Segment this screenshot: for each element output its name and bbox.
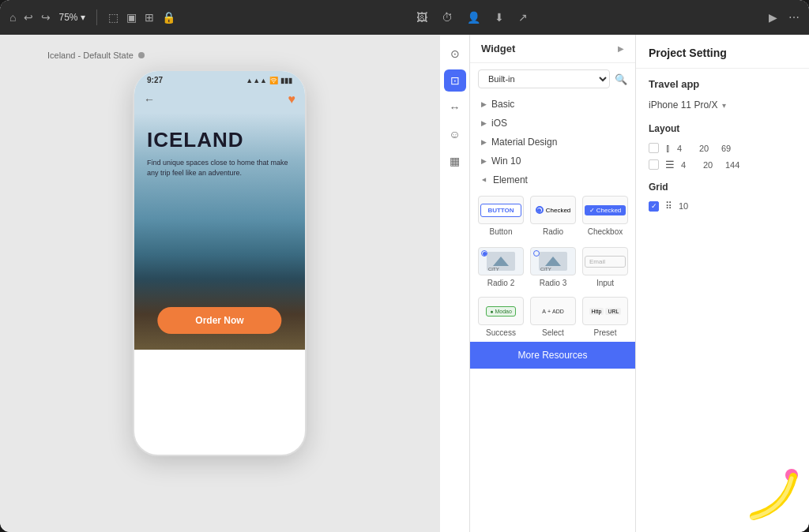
tree-label-basic: Basic <box>491 99 514 110</box>
radio-preview: Checked <box>530 196 576 224</box>
element-checkbox[interactable]: ✓ Checked Checkbox <box>582 196 628 236</box>
tree-item-element[interactable]: ▼ Element <box>470 170 635 189</box>
home-icon[interactable]: ⌂ <box>9 11 16 24</box>
zoom-control[interactable]: 75% ▾ <box>58 12 85 23</box>
radio3-label: Radio 3 <box>540 279 566 287</box>
tree-item-ios[interactable]: ▶ iOS <box>470 114 635 133</box>
select-plus: + <box>547 309 551 314</box>
image-icon[interactable]: 🖼 <box>416 11 427 24</box>
tree-item-basic[interactable]: ▶ Basic <box>470 95 635 114</box>
widget-panel-arrow[interactable]: ▶ <box>618 44 624 53</box>
layout-icon-btn[interactable]: ▦ <box>444 150 466 172</box>
phone-header: ← ♥ <box>134 89 305 113</box>
layout-rows-icon: ☰ <box>665 159 675 170</box>
package-icon-btn[interactable]: ⊡ <box>444 69 466 92</box>
tree-arrow-element: ▼ <box>480 177 488 184</box>
checkbox-label: Checkbox <box>588 227 623 236</box>
canvas-label: Iceland - Default State <box>47 51 145 60</box>
radio3-dot <box>533 250 540 257</box>
layout-checkbox-2[interactable] <box>649 159 659 170</box>
component-icon[interactable]: ▣ <box>126 11 137 24</box>
device-chevron: ▾ <box>722 101 726 110</box>
svg-text:CITY: CITY <box>488 267 499 272</box>
favorite-button[interactable]: ♥ <box>288 92 296 107</box>
element-button[interactable]: BUTTON Button <box>478 196 524 236</box>
element-input[interactable]: Email Input <box>582 247 628 287</box>
phone-description: Find unique spaces close to home that ma… <box>147 158 292 179</box>
input-preview-box: Email <box>582 247 628 275</box>
widget-panel-title: Widget <box>481 43 515 54</box>
project-settings-content: Travel app iPhone 11 Pro/X ▾ Layout ⫿ 4 … <box>636 69 809 221</box>
redo-icon[interactable]: ↪ <box>41 11 51 24</box>
layout-section-title: Layout <box>649 123 796 134</box>
tree-item-win10[interactable]: ▶ Win 10 <box>470 152 635 170</box>
search-icon[interactable]: 🔍 <box>615 73 627 85</box>
radio2-label: Radio 2 <box>487 279 514 287</box>
checkbox-preview: ✓ Checked <box>582 196 628 224</box>
layout-gutter-1: 20 <box>699 144 715 153</box>
preset-inner: Http URL <box>589 308 622 315</box>
canvas-area: Iceland - Default State 9:27 ▲▲▲ 🛜 ▮▮▮ ← <box>0 35 439 532</box>
tree-arrow-basic: ▶ <box>481 100 487 108</box>
success-preview: ● Modao <box>478 297 524 325</box>
grid-checkbox[interactable]: ✓ <box>649 201 659 212</box>
toolbar-center: 🖼 ⏱ 👤 ⬇ ↗ <box>182 11 763 24</box>
export-icon[interactable]: ↗ <box>518 11 528 24</box>
svg-text:CITY: CITY <box>540 267 551 272</box>
order-now-button[interactable]: Order Now <box>157 307 281 334</box>
element-preset[interactable]: Http URL Preset <box>582 297 628 337</box>
grid-icon[interactable]: ⊞ <box>145 11 154 24</box>
history-icon[interactable]: ⏱ <box>442 11 453 24</box>
tree-item-material[interactable]: ▶ Material Design <box>470 133 635 152</box>
widget-category-select[interactable]: Built-in <box>478 69 610 88</box>
frame-icon[interactable]: ⬚ <box>108 11 119 24</box>
zoom-chevron: ▾ <box>81 12 85 23</box>
more-resources-button[interactable]: More Resources <box>470 342 635 369</box>
back-button[interactable]: ← <box>144 93 155 106</box>
radio-preview-inner: Checked <box>536 206 571 214</box>
layout-col-1: 4 <box>677 144 693 153</box>
element-radio[interactable]: Checked Radio <box>530 196 576 236</box>
preset-http: Http <box>589 308 604 315</box>
toolbar-divider-1 <box>96 9 97 25</box>
element-select[interactable]: A + ADD Select <box>530 297 576 337</box>
download-icon[interactable]: ⬇ <box>495 11 504 24</box>
layout-checkbox-1[interactable] <box>649 143 659 153</box>
smiley-icon-btn[interactable]: ☺ <box>444 123 466 145</box>
lock-icon[interactable]: 🔒 <box>162 11 175 24</box>
undo-icon[interactable]: ↩ <box>24 11 33 24</box>
success-text: Modao <box>495 309 511 314</box>
layout-row-1: ⫿ 4 20 69 <box>649 142 796 154</box>
main-area: Iceland - Default State 9:27 ▲▲▲ 🛜 ▮▮▮ ← <box>0 35 809 532</box>
preset-url: URL <box>605 308 621 315</box>
wifi-icon: 🛜 <box>269 77 278 84</box>
element-success[interactable]: ● Modao Success <box>478 297 524 337</box>
checkbox-preview-inner: ✓ Checked <box>585 205 627 215</box>
select-label: Select <box>542 328 564 337</box>
settings-icon-btn[interactable]: ⊙ <box>444 43 466 65</box>
button-preview-text: BUTTON <box>480 204 521 217</box>
resize-icon-btn[interactable]: ↔ <box>444 96 466 118</box>
radio2-svg: CITY <box>485 250 517 272</box>
button-preview: BUTTON <box>478 196 524 224</box>
layout-columns-icon: ⫿ <box>665 142 671 154</box>
toolbar-right: ▶ ⋯ <box>769 11 800 24</box>
preset-label: Preset <box>594 328 617 337</box>
user-icon[interactable]: 👤 <box>467 11 480 24</box>
radio2-preview: CITY <box>478 247 524 275</box>
side-icons-strip: ⊙ ⊡ ↔ ☺ ▦ <box>439 35 469 532</box>
grid-section-title: Grid <box>649 182 796 193</box>
element-radio3[interactable]: CITY Radio 3 <box>530 247 576 287</box>
success-inner: ● Modao <box>486 306 516 317</box>
layout-col-2: 4 <box>681 160 697 170</box>
battery-icon: ▮▮▮ <box>280 77 292 84</box>
more-icon[interactable]: ⋯ <box>788 11 800 24</box>
tree-label-material: Material Design <box>491 137 557 148</box>
phone-image-area: ICELAND Find unique spaces close to home… <box>134 113 305 350</box>
play-icon[interactable]: ▶ <box>769 11 777 24</box>
success-label: Success <box>486 328 516 337</box>
widget-search-row: Built-in 🔍 <box>470 63 635 95</box>
button-label: Button <box>490 227 513 236</box>
element-radio2[interactable]: CITY Radio 2 <box>478 247 524 287</box>
device-selector[interactable]: iPhone 11 Pro/X ▾ <box>649 99 796 111</box>
